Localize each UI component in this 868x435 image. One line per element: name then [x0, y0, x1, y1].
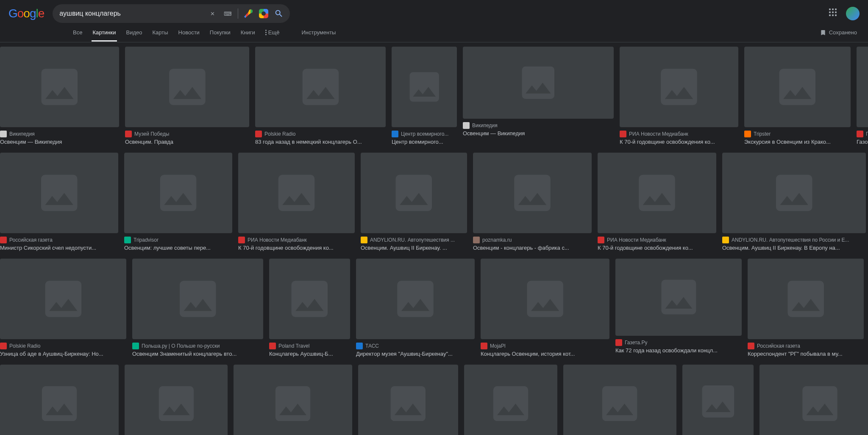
result-title: Как 72 года назад освобождали концл... — [615, 347, 742, 354]
image-result[interactable]: Музей ПобедыОсвенцим. Правда — [125, 47, 249, 145]
favicon-icon — [269, 343, 276, 349]
search-icon[interactable] — [274, 8, 284, 19]
image-result[interactable]: РИА Новости МедиабанкК 70-й годовщине ос… — [598, 153, 716, 251]
favicon-icon — [0, 131, 7, 137]
more-tab[interactable]: Ещё — [260, 23, 285, 42]
keyboard-icon[interactable]: ⌨ — [223, 8, 233, 19]
result-source: Российская газета — [757, 343, 800, 349]
result-source: Российская газета — [9, 237, 53, 243]
image-result[interactable]: TripsterЭкскурсия в Освенцим из Крако... — [744, 47, 851, 145]
favicon-icon — [125, 131, 132, 137]
favicon-icon — [0, 237, 7, 243]
favicon-icon — [392, 131, 398, 137]
image-result[interactable]: Газета.РуГазовые камеры, печи, медицинск… — [857, 47, 868, 145]
image-result[interactable]: ANDYLION.RU. Автопутешествия ...Освенцим… — [361, 153, 467, 251]
favicon-icon — [744, 131, 751, 137]
image-result[interactable]: Polskie Radio83 года назад в немецкий ко… — [255, 47, 386, 145]
image-result[interactable]: Путешествия со смыслом - LiveJo...Фабрик… — [563, 365, 676, 435]
image-result[interactable]: Польша.ру | О Польше по-русскиОсвенцим З… — [132, 259, 263, 357]
result-source: poznamka.ru — [482, 237, 512, 243]
image-result[interactable]: ТАССДиректор музея "Аушвиц-Биркенау"... — [356, 259, 475, 357]
result-title: Узница об аде в Аушвиц-Биркенау: Но... — [0, 351, 126, 357]
mic-icon[interactable]: 🎤 — [243, 8, 253, 19]
favicon-icon — [748, 343, 754, 349]
image-result[interactable]: TripadvisorОсвенцим: лучшие советы пере.… — [124, 153, 232, 251]
result-source: Polskie Radio — [264, 131, 295, 137]
image-result[interactable]: Российская газетаКорреспондент "РГ" побы… — [748, 259, 864, 357]
image-result[interactable]: Российская газетаМинистр Сикорский счел … — [0, 153, 118, 251]
tab-видео[interactable]: Видео — [121, 23, 147, 42]
favicon-icon — [857, 131, 863, 137]
saved-label: Сохранено — [829, 29, 857, 36]
image-result[interactable]: ИА "Рес"75-летию освобождения сове... — [358, 365, 458, 435]
result-source: РИА Новости Медиабанк — [248, 237, 307, 243]
favicon-icon — [598, 237, 604, 243]
tab-карты[interactable]: Карты — [147, 23, 173, 42]
result-source: РИА Новости Медиабанк — [629, 131, 688, 137]
image-result[interactable]: ЯндексПольша! Освенцим. Концлагерь Ау... — [0, 365, 119, 435]
image-result[interactable]: ВикипедияОсвенцим — Википедия — [0, 47, 119, 145]
favicon-icon — [620, 131, 626, 137]
google-logo[interactable]: Google — [8, 7, 44, 20]
clear-icon[interactable]: ✕ — [207, 8, 217, 19]
result-source: РИА Новости Медиабанк — [607, 237, 666, 243]
image-result[interactable]: Крым.РеалииКонцлагерь «Аушвиц» в фо... — [464, 365, 557, 435]
favicon-icon — [473, 237, 480, 243]
tools-button[interactable]: Инструменты — [301, 29, 336, 36]
result-source: Википедия — [9, 131, 35, 137]
result-title: К 70-й годовщине освобождения ко... — [238, 245, 355, 251]
result-title: Освенцим. Правда — [125, 139, 249, 145]
image-result[interactable]: ВикипедияОсвенцим — Википедия — [463, 47, 614, 145]
image-result[interactable]: Хороший блог о ПольшеЛагерь смерти Освен… — [125, 365, 228, 435]
result-title: Газовые камеры, печи, медицински... — [857, 139, 868, 145]
favicon-icon — [361, 237, 367, 243]
result-title: Экскурсия в Освенцим из Крако... — [744, 139, 851, 145]
result-source: MojaPl — [490, 343, 506, 349]
result-source: Газета.Ру — [625, 340, 647, 346]
tab-книги[interactable]: Книги — [236, 23, 260, 42]
tab-новости[interactable]: Новости — [173, 23, 205, 42]
result-title: Концлагерь Аусшвиц-Б... — [269, 351, 350, 357]
image-result[interactable]: Газета.РуКак 72 года назад освобождали к… — [615, 259, 742, 357]
result-title: Освенцим Знаменитый концлагерь вто... — [132, 351, 263, 357]
result-title: Освенцим — Википедия — [463, 130, 614, 137]
search-tabs: ВсеКартинкиВидеоКартыНовостиПокупкиКниги — [68, 23, 260, 42]
apps-icon[interactable] — [829, 8, 839, 19]
saved-button[interactable]: Сохранено — [820, 29, 860, 36]
image-result[interactable]: Poland TravelКонцлагерь Аусшвиц-Б... — [269, 259, 350, 357]
image-result[interactable]: РИА Новости МедиабанкК 70-й годовщине ос… — [238, 153, 355, 251]
avatar[interactable] — [846, 7, 860, 20]
tab-все[interactable]: Все — [68, 23, 87, 42]
result-source: Музей Победы — [134, 131, 169, 137]
image-result[interactable]: Polskie RadioАрнольд Шварценеггер посети… — [234, 365, 352, 435]
bookmark-icon — [820, 29, 826, 36]
favicon-icon — [481, 343, 487, 349]
image-result[interactable]: poznamka.ruОсвенцим - концлагерь - фабри… — [473, 153, 592, 251]
result-title: 83 года назад в немецкий концлагерь О... — [255, 139, 386, 145]
result-source: Tripadvisor — [134, 237, 159, 243]
result-source: Tripster — [754, 131, 771, 137]
result-source: ТАСС — [365, 343, 379, 349]
result-title: К 70-й годовщине освобождения ко... — [620, 139, 738, 145]
image-result[interactable]: MojaPlКонцлагерь Освенцим, история кот..… — [481, 259, 609, 357]
favicon-icon — [463, 122, 470, 129]
tab-покупки[interactable]: Покупки — [205, 23, 236, 42]
result-source: ANDYLION.RU. Автопутешествия ... — [370, 237, 455, 243]
image-result[interactable]: РИА Новости МедиабанкК 70-й годовщине ос… — [620, 47, 738, 145]
result-source: Газета.Ру — [866, 131, 868, 137]
result-title: Освенцим. Аушвиц II Биркенау. ... — [361, 245, 467, 251]
tab-картинки[interactable]: Картинки — [87, 23, 121, 42]
result-title: Корреспондент "РГ" побывала в му... — [748, 351, 864, 357]
result-title: Освенцим. Аушвиц II Биркенау. В Европу н… — [722, 245, 866, 251]
image-result[interactable]: ГБОУ Школа № 1158,...ГБОУ Школа № 115... — [682, 365, 754, 435]
lens-icon[interactable] — [259, 8, 269, 19]
result-title: Концлагерь Освенцим, история кот... — [481, 351, 609, 357]
image-result[interactable]: Polskie RadioУзница об аде в Аушвиц-Бирк… — [0, 259, 126, 357]
result-title: Директор музея "Аушвиц-Биркенау"... — [356, 351, 475, 357]
result-title: Центр всемирного... — [392, 139, 457, 145]
image-result[interactable]: ANDYLION.RU. Автопутешествия по России и… — [722, 153, 866, 251]
image-result[interactable]: Центр всемирного...Центр всемирного... — [392, 47, 457, 145]
search-input[interactable] — [59, 10, 205, 17]
image-result[interactable]: РИА НовостиКонцентрационный лагерь Аушви… — [760, 365, 868, 435]
result-source: Польша.ру | О Польше по-русски — [142, 343, 220, 349]
